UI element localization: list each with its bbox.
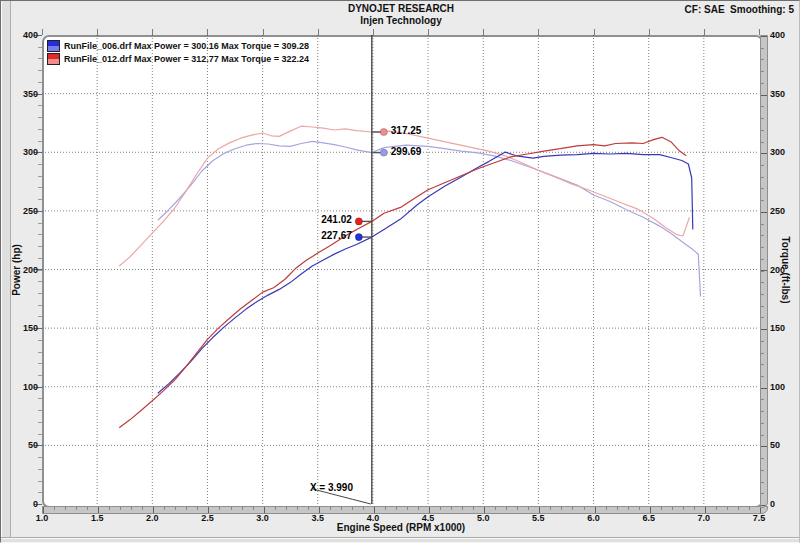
x-tick-label: 4.0 [358,513,388,523]
page-title: DYNOJET RESEARCH [1,3,800,14]
bottom-resize-gutter[interactable] [1,537,800,543]
x-tick-label: 7.0 [689,513,719,523]
cursor-marker-dot [380,149,387,156]
correction-smoothing-label: CF: SAE Smoothing: 5 [685,4,794,15]
page-subtitle: Injen Technology [1,15,800,26]
y-tick-label-left: 100 [12,382,38,392]
dyno-chart-window: DYNOJET RESEARCH Injen Technology CF: SA… [0,0,800,543]
curve-RunFile_006-power [158,152,693,393]
y-tick-label-left: 200 [12,265,38,275]
legend: RunFile_006.drf Max Power = 300.16 Max T… [47,39,309,65]
cursor-marker-dot [355,233,362,240]
y-tick-label-right: 50 [770,440,796,450]
legend-item[interactable]: RunFile_006.drf Max Power = 300.16 Max T… [47,39,309,52]
x-tick-label: 5.0 [468,513,498,523]
curve-RunFile_006-torque [158,141,701,296]
x-tick-label: 6.5 [634,513,664,523]
y-tick-label-left: 50 [12,440,38,450]
x-tick-label: 2.0 [137,513,167,523]
y-tick-label-left: 400 [12,30,38,40]
x-tick-label: 6.0 [579,513,609,523]
y-tick-label-left: 0 [12,499,38,509]
cursor-value-317.25: 317.25 [391,125,422,136]
y-tick-label-right: 400 [770,30,796,40]
cursor-value-227.67: 227.67 [292,230,352,241]
y-tick-label-left: 150 [12,323,38,333]
x-tick-label: 3.0 [248,513,278,523]
legend-swatch-icon [47,40,60,52]
x-tick-label: 7.5 [744,513,774,523]
x-tick-label: 1.5 [82,513,112,523]
y-tick-label-right: 0 [770,499,796,509]
legend-item-label: RunFile_006.drf Max Power = 300.16 Max T… [64,41,309,51]
x-tick-label: 1.0 [27,513,57,523]
x-tick-label: 5.5 [523,513,553,523]
cursor-marker-dot [380,128,387,135]
left-resize-gutter[interactable] [1,1,11,543]
x-tick-label: 4.5 [413,513,443,523]
y-tick-label-right: 300 [770,147,796,157]
y-tick-label-left: 350 [12,89,38,99]
cursor-x-value-label: X = 3.990 [253,482,353,493]
cursor-value-299.69: 299.69 [391,146,422,157]
x-tick-label: 3.5 [303,513,333,523]
x-tick-label: 2.5 [192,513,222,523]
y-tick-label-right: 200 [770,265,796,275]
y-tick-label-right: 250 [770,206,796,216]
chart-canvas [42,35,769,513]
legend-swatch-icon [47,53,60,65]
legend-item[interactable]: RunFile_012.drf Max Power = 312.77 Max T… [47,52,309,65]
cursor-value-241.02: 241.02 [292,214,352,225]
curve-RunFile_012-power [119,137,686,428]
cursor-marker-dot [355,218,362,225]
x-axis-title: Engine Speed (RPM x1000) [1,522,800,533]
legend-item-label: RunFile_012.drf Max Power = 312.77 Max T… [64,54,309,64]
y-tick-label-right: 100 [770,382,796,392]
y-tick-label-right: 350 [770,89,796,99]
y-tick-label-left: 250 [12,206,38,216]
y-tick-label-left: 300 [12,147,38,157]
y-tick-label-right: 150 [770,323,796,333]
